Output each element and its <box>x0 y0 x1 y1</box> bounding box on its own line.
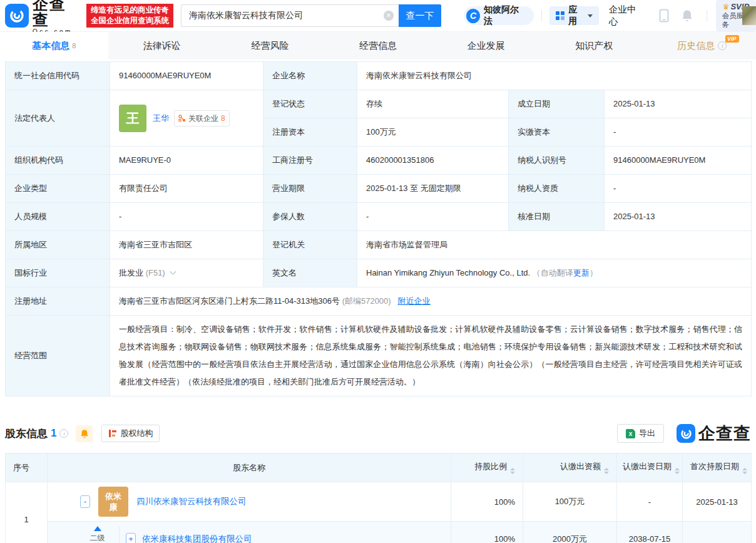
chevron-down-icon <box>588 14 593 18</box>
tab-count: 8 <box>72 42 76 49</box>
first-date-value <box>683 522 752 543</box>
legal-rep-avatar[interactable]: 王 <box>119 105 146 132</box>
apps-menu[interactable]: 应用 <box>549 6 599 25</box>
corner-thumbnail <box>742 6 756 25</box>
related-companies-count: 8 <box>221 112 225 125</box>
zhibi-alpha-entry[interactable]: C 知彼阿尔法 <box>464 6 534 25</box>
field-value: 460200001351806 <box>357 147 509 175</box>
qcc-logo-icon[interactable] <box>5 4 29 28</box>
related-companies-label: 关联企业 <box>188 112 218 125</box>
chevron-down-icon <box>170 269 176 275</box>
field-value: 91460000MAE9RUYE0M <box>110 62 263 90</box>
excel-icon: x <box>626 429 635 438</box>
expand-button[interactable]: + <box>126 533 136 543</box>
legal-rep-cell: 王 王华 关联企业 8 <box>110 90 263 147</box>
field-label: 法定代表人 <box>6 90 110 147</box>
apps-grid-icon <box>556 11 564 20</box>
sort-icon[interactable] <box>604 468 609 474</box>
translate-refresh-link[interactable]: 更新 <box>573 268 590 277</box>
field-label: 实缴资本 <box>509 118 605 147</box>
equity-structure-button[interactable]: 股权结构 <box>101 425 160 442</box>
tab-operation-risk[interactable]: 经营风险 <box>216 32 324 59</box>
shareholders-header: 股东信息 1 i 股权结构 x 导出 <box>5 422 751 445</box>
shareholder-link[interactable]: 四川依米康智云科技有限公司 <box>136 496 247 507</box>
monitor-bell-button[interactable] <box>76 425 93 442</box>
date-value: 2038-07-15 <box>617 522 683 543</box>
basic-info-table: 统一社会信用代码 91460000MAE9RUYE0M 企业名称 海南依米康智云… <box>5 61 752 396</box>
enterprise-center-link[interactable]: 企业中心 <box>609 4 644 28</box>
field-value: - <box>605 118 752 147</box>
column-header-first-date[interactable]: 首次持股日期 <box>683 453 752 482</box>
column-header-amount[interactable]: 认缴出资额 <box>523 453 617 482</box>
english-name-value: Hainan Yimikang Zhiyun Technology Co., L… <box>366 268 530 277</box>
address-zip: (邮编572000) <box>342 296 391 306</box>
field-label: 企业类型 <box>6 175 110 203</box>
industry-cell[interactable]: 批发业 (F51) <box>110 259 263 287</box>
tab-legal-litigation[interactable]: 法律诉讼 <box>108 32 217 59</box>
tab-label: 经营风险 <box>251 40 289 52</box>
field-value: - <box>605 175 752 203</box>
apps-label: 应用 <box>568 4 585 27</box>
nearby-companies-link[interactable]: 附近企业 <box>398 296 431 306</box>
sort-icon[interactable] <box>742 468 747 474</box>
column-header-name: 股东名称 <box>48 453 451 482</box>
collapse-button[interactable]: - <box>80 495 90 508</box>
bell-glyph <box>80 429 89 438</box>
field-label: 登记机关 <box>263 231 357 259</box>
search-input[interactable] <box>181 4 399 27</box>
tab-basic-info[interactable]: 基本信息 8 <box>0 32 108 59</box>
slogan-line2: 全国企业信用查询系统 <box>91 16 169 26</box>
export-button[interactable]: x 导出 <box>617 424 664 443</box>
row-seq: 1 <box>6 482 48 543</box>
tab-label: 基本信息 <box>32 40 69 52</box>
field-label: 成立日期 <box>509 90 605 118</box>
shareholders-table: 序号 股东名称 持股比例 认缴出资额 认缴出资日期 首次持股日期 1 - 依米康… <box>5 453 752 543</box>
column-header-ratio[interactable]: 持股比例 <box>451 453 523 482</box>
shareholders-title: 股东信息 <box>5 427 48 441</box>
tab-company-development[interactable]: 企业发展 <box>432 32 540 59</box>
field-label: 注册地址 <box>6 287 110 316</box>
equity-structure-label: 股权结构 <box>120 428 153 439</box>
tab-business-info[interactable]: 经营信息 <box>324 32 432 59</box>
legal-rep-link[interactable]: 王华 <box>153 112 169 125</box>
related-companies-icon <box>178 115 186 122</box>
field-label: 所属地区 <box>6 231 110 259</box>
field-value: 有限责任公司 <box>110 175 263 203</box>
qcc-company-page: 企查查 Qcc.com 缔造有远见的商业传奇 全国企业信用查询系统 ✕ 查一下 … <box>0 0 756 543</box>
shareholders-count: 1 <box>51 427 56 440</box>
triangle-up-icon[interactable] <box>94 526 101 531</box>
field-label: 国标行业 <box>6 259 110 287</box>
shareholder-row-main: 1 - 依米康 四川依米康智云科技有限公司 100% 100万元 - 2025-… <box>6 482 752 522</box>
industry-value: 批发业 <box>119 268 143 277</box>
tab-history-info[interactable]: VIP 历史信息 i <box>648 32 756 59</box>
sort-icon[interactable] <box>510 468 515 474</box>
sort-icon[interactable] <box>675 468 680 474</box>
column-header-date[interactable]: 认缴出资日期 <box>617 453 683 482</box>
qcc-watermark-text: 企查查 <box>698 422 751 445</box>
mobile-app-icon[interactable] <box>659 9 669 23</box>
tab-label: 经营信息 <box>359 40 397 52</box>
divider <box>541 10 542 21</box>
related-companies-badge[interactable]: 关联企业 8 <box>174 110 230 127</box>
clear-search-icon[interactable]: ✕ <box>384 11 394 21</box>
phone-glyph <box>659 9 669 23</box>
slogan-banner: 缔造有远见的商业传奇 全国企业信用查询系统 <box>86 4 173 28</box>
zhibi-alpha-label: 知彼阿尔法 <box>484 4 526 27</box>
field-label: 注册资本 <box>263 118 357 147</box>
info-icon: i <box>718 41 727 50</box>
field-value: 海南省市场监督管理局 <box>357 231 752 259</box>
shareholder-avatar[interactable]: 依米康 <box>98 487 128 517</box>
shareholder-name-cell: 二级 股东 + 依米康科技集团股份有限公司 <box>48 522 451 543</box>
slogan-line1: 缔造有远见的商业传奇 <box>91 5 169 16</box>
field-value: - <box>110 203 263 231</box>
tab-label: 企业发展 <box>467 40 505 52</box>
search-button[interactable]: 查一下 <box>399 4 441 27</box>
shareholder-link[interactable]: 依米康科技集团股份有限公司 <box>142 534 252 543</box>
notification-bell-icon[interactable] <box>682 9 693 22</box>
tab-intellectual-property[interactable]: 知识产权 <box>540 32 648 59</box>
ratio-value: 100% <box>451 482 523 522</box>
brand-text[interactable]: 企查查 Qcc.com <box>33 0 81 35</box>
address-value: 海南省三亚市吉阳区河东区港门上村东二路11-04-313地306号 <box>119 296 340 306</box>
field-value: 海南省三亚市吉阳区 <box>110 231 263 259</box>
amount-value: 100万元 <box>523 482 617 522</box>
